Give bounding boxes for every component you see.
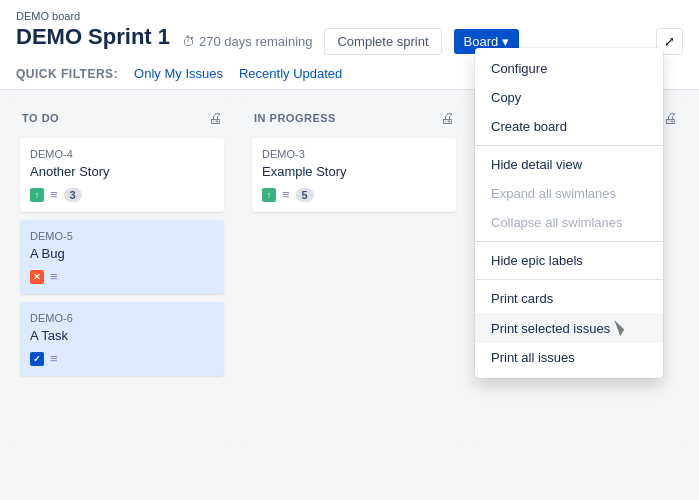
print-selected-label: Print selected issues [491, 321, 610, 336]
menu-divider-1 [475, 145, 663, 146]
menu-item-hide-epic[interactable]: Hide epic labels [475, 246, 663, 275]
menu-divider-2 [475, 241, 663, 242]
menu-item-create-board[interactable]: Create board [475, 112, 663, 141]
cursor-icon [614, 320, 624, 336]
menu-item-expand-swimlanes: Expand all swimlanes [475, 179, 663, 208]
menu-divider-3 [475, 279, 663, 280]
menu-item-copy[interactable]: Copy [475, 83, 663, 112]
menu-item-configure[interactable]: Configure [475, 54, 663, 83]
menu-item-hide-detail[interactable]: Hide detail view [475, 150, 663, 179]
dropdown-menu: Configure Copy Create board Hide detail … [475, 48, 663, 378]
menu-item-print-cards[interactable]: Print cards [475, 284, 663, 313]
menu-item-collapse-swimlanes: Collapse all swimlanes [475, 208, 663, 237]
page-wrapper: DEMO board DEMO Sprint 1 ⏱ 270 days rema… [0, 0, 699, 460]
menu-item-print-all[interactable]: Print all issues [475, 343, 663, 372]
menu-item-print-selected[interactable]: Print selected issues [475, 313, 663, 343]
